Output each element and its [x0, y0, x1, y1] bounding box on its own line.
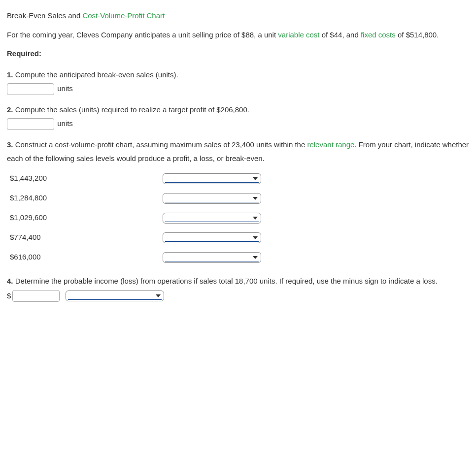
- title-link[interactable]: Cost-Volume-Profit Chart: [82, 11, 165, 20]
- table-row: $1,284,800: [10, 189, 469, 208]
- q3-select-1[interactable]: [163, 173, 261, 184]
- q3-select-3[interactable]: [163, 213, 261, 224]
- sales-level-label: $1,284,800: [10, 191, 163, 205]
- chevron-down-icon: [253, 197, 258, 200]
- q2-text: Compute the sales (units) required to re…: [13, 105, 249, 114]
- relevant-range-link[interactable]: relevant range: [307, 140, 354, 149]
- q3-text-1: Construct a cost-volume-profit chart, as…: [13, 140, 307, 149]
- chevron-down-icon: [253, 177, 258, 180]
- q4-amount-input[interactable]: [12, 290, 60, 302]
- intro-paragraph: For the coming year, Cleves Company anti…: [7, 28, 469, 42]
- q2-units-input[interactable]: [7, 118, 54, 130]
- sales-level-label: $1,443,200: [10, 171, 163, 186]
- required-heading: Required:: [7, 47, 469, 61]
- q4-number: 4.: [7, 277, 13, 285]
- q3-number: 3.: [7, 140, 13, 149]
- q1-number: 1.: [7, 70, 13, 79]
- page-title: Break-Even Sales and Cost-Volume-Profit …: [7, 9, 469, 23]
- intro-text-3: of $514,800.: [396, 31, 439, 39]
- q3-select-4[interactable]: [163, 232, 261, 243]
- table-row: $1,443,200: [10, 169, 469, 189]
- table-row: $774,400: [10, 228, 469, 248]
- q3-select-5[interactable]: [163, 252, 261, 263]
- q1-units-label: units: [57, 84, 73, 93]
- fixed-costs-link[interactable]: fixed costs: [361, 31, 396, 39]
- intro-text-1: For the coming year, Cleves Company anti…: [7, 31, 278, 39]
- table-row: $616,000: [10, 248, 469, 267]
- q1-text: Compute the anticipated break-even sales…: [13, 70, 178, 79]
- q3-select-2[interactable]: [163, 193, 261, 204]
- chevron-down-icon: [253, 217, 258, 220]
- q4-select[interactable]: [66, 290, 164, 301]
- q1-units-input[interactable]: [7, 83, 54, 95]
- q3-table: $1,443,200 $1,284,800 $1,029,600 $774,40…: [10, 169, 469, 267]
- question-1: 1. Compute the anticipated break-even sa…: [7, 68, 469, 96]
- chevron-down-icon: [253, 256, 258, 259]
- sales-level-label: $1,029,600: [10, 211, 163, 225]
- q2-number: 2.: [7, 105, 13, 114]
- intro-text-2: of $44, and: [320, 31, 361, 39]
- chevron-down-icon: [253, 236, 258, 239]
- question-4: 4. Determine the probable income (loss) …: [7, 274, 469, 303]
- sales-level-label: $774,400: [10, 230, 163, 245]
- q2-units-label: units: [57, 119, 73, 128]
- sales-level-label: $616,000: [10, 250, 163, 264]
- title-prefix: Break-Even Sales and: [7, 11, 82, 20]
- chevron-down-icon: [156, 294, 161, 297]
- table-row: $1,029,600: [10, 208, 469, 228]
- currency-symbol: $: [7, 289, 11, 303]
- variable-cost-link[interactable]: variable cost: [278, 31, 319, 39]
- question-3: 3. Construct a cost-volume-profit chart,…: [7, 138, 469, 267]
- q4-text: Determine the probable income (loss) fro…: [13, 277, 438, 285]
- question-2: 2. Compute the sales (units) required to…: [7, 103, 469, 131]
